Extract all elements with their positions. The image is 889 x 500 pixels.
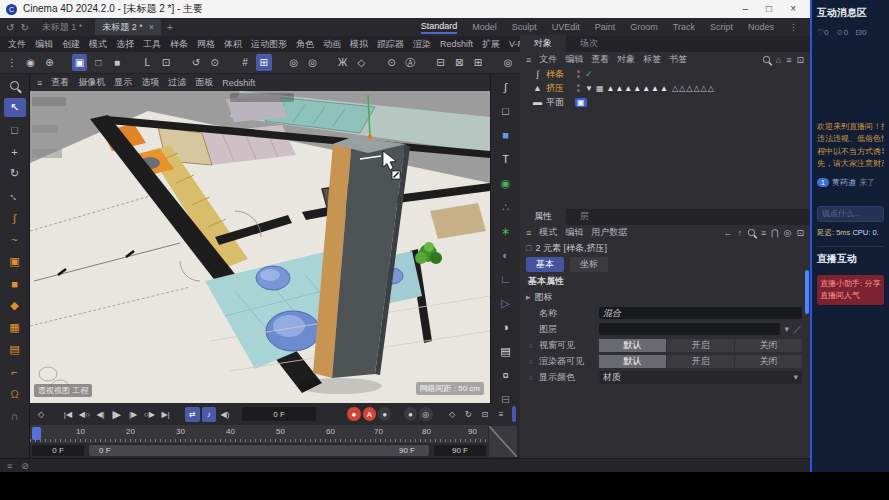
render-settings-icon[interactable]: ⊞ <box>470 54 486 71</box>
no-filter-icon[interactable]: ⊘ <box>21 461 29 471</box>
timeline-slider-handle[interactable] <box>512 406 516 422</box>
pen-icon[interactable]: ／ <box>793 323 802 336</box>
goto-start-icon[interactable]: |◀ <box>61 407 75 422</box>
viewport-menu-options[interactable]: 选项 <box>141 76 159 89</box>
assistant-banner[interactable]: 直播小助手: 分享 直播间人气 <box>817 275 884 305</box>
bell-icon[interactable]: Ω <box>4 384 26 403</box>
object-row-spline[interactable]: ∫ 样条 ✓ <box>520 67 810 81</box>
rectangle-spline-icon[interactable]: □ <box>495 102 517 120</box>
axis-mode-icon[interactable]: L <box>139 54 155 71</box>
loop-icon[interactable]: ⇄ <box>185 407 199 422</box>
selection-tags-filled[interactable]: ▲▲▲▲▲▲▲ <box>606 84 668 93</box>
menu-mesh[interactable]: 网格 <box>197 38 215 51</box>
sketch-spline-icon[interactable]: ~ <box>4 230 26 249</box>
am-menu-userdata[interactable]: 用户数据 <box>591 226 627 239</box>
texture-mode-icon[interactable]: ■ <box>109 54 125 71</box>
viewport-menu-display[interactable]: 显示 <box>114 76 132 89</box>
display-color-dropdown[interactable]: 材质 ▾ <box>599 371 802 384</box>
coordinate-system-icon[interactable]: ◎ <box>286 54 302 71</box>
layout-tab-script[interactable]: Script <box>710 22 733 32</box>
cloud-icon[interactable]: ∩ <box>4 406 26 425</box>
prev-key-icon[interactable]: ◀○ <box>77 407 91 422</box>
camera-icon[interactable]: ▤ <box>495 342 517 360</box>
timeline-scale-widget[interactable] <box>488 425 518 458</box>
text-spline-icon[interactable]: T <box>495 150 517 168</box>
option-default[interactable]: 默认 <box>599 355 666 368</box>
parameter-icon[interactable]: ↻ <box>461 407 475 422</box>
menu-spline[interactable]: 样条 <box>170 38 188 51</box>
object-name[interactable]: 平面 <box>546 96 572 109</box>
axis-icon[interactable]: ∟ <box>495 270 517 288</box>
option-on[interactable]: 开启 <box>667 355 734 368</box>
scrollbar[interactable] <box>805 270 809 314</box>
record-position-icon[interactable]: ● <box>404 407 417 421</box>
menu-create[interactable]: 创建 <box>62 38 80 51</box>
anim-dot-icon[interactable]: ○ <box>526 374 535 381</box>
record-objects-icon[interactable]: ● <box>347 407 360 421</box>
record-rotation-icon[interactable]: ◎ <box>419 407 432 421</box>
arch-icon[interactable]: ⌐ <box>4 362 26 381</box>
pyramid-primitive-icon[interactable]: ◆ <box>4 296 26 315</box>
menu-mograph[interactable]: 运动图形 <box>251 38 287 51</box>
selection-tags-hollow[interactable]: △△△△△△ <box>672 84 715 93</box>
timeline-ruler[interactable]: 10 20 30 40 50 60 70 80 90 <box>30 425 488 443</box>
object-mode-icon[interactable]: □ <box>90 54 106 71</box>
render-picture-viewer-icon[interactable]: ⊠ <box>451 54 467 71</box>
lathe-icon[interactable]: ▦ <box>4 318 26 337</box>
back-icon[interactable]: ← <box>723 228 732 238</box>
om-menu-edit[interactable]: 编辑 <box>565 53 583 66</box>
layer-input[interactable] <box>599 323 780 335</box>
hamburger-icon[interactable]: ≡ <box>526 55 531 65</box>
anim-dot-icon[interactable]: ○ <box>526 342 535 349</box>
menu-edit[interactable]: 编辑 <box>35 38 53 51</box>
live-selection-icon[interactable]: ↖ <box>4 98 26 117</box>
menu-select[interactable]: 选择 <box>116 38 134 51</box>
pla-icon[interactable]: ⊡ <box>478 407 492 422</box>
home-icon[interactable]: ⌂ <box>776 55 781 65</box>
join-username[interactable]: 黄药遒 <box>832 177 856 188</box>
render-view-icon[interactable]: ⊟ <box>433 54 449 71</box>
psr-icon[interactable]: ◇ <box>445 407 459 422</box>
layout-tab-sculpt[interactable]: Sculpt <box>512 22 537 32</box>
menu-tracker[interactable]: 跟踪器 <box>377 38 404 51</box>
layout-tab-groom[interactable]: Groom <box>630 22 658 32</box>
am-menu-edit[interactable]: 编辑 <box>565 226 583 239</box>
subtab-basic[interactable]: 基本 <box>526 257 564 272</box>
menu-render[interactable]: 渲染 <box>413 38 431 51</box>
om-menu-tags[interactable]: 标签 <box>643 53 661 66</box>
om-menu-file[interactable]: 文件 <box>539 53 557 66</box>
play-icon[interactable]: ▶ <box>110 407 124 422</box>
field-icon[interactable]: ◐ <box>495 246 517 264</box>
goto-end-icon[interactable]: ▶| <box>158 407 172 422</box>
scale-tool-icon[interactable]: ⊙ <box>207 54 223 71</box>
menu-tools[interactable]: 工具 <box>143 38 161 51</box>
expand-icon[interactable]: ⊡ <box>796 55 804 65</box>
menu-mode[interactable]: 模式 <box>89 38 107 51</box>
option-off[interactable]: 关闭 <box>735 339 802 352</box>
environment-icon[interactable]: ◑ <box>495 318 517 336</box>
hamburger-icon[interactable]: ≡ <box>37 78 42 88</box>
search-icon[interactable] <box>748 229 755 236</box>
menu-redshift[interactable]: Redshift <box>440 39 473 49</box>
object-row-plane[interactable]: ▬ 平面 ▣ <box>520 95 810 109</box>
option-off[interactable]: 关闭 <box>735 355 802 368</box>
sweep-icon[interactable]: ▤ <box>4 340 26 359</box>
next-frame-icon[interactable]: |▶ <box>126 407 140 422</box>
mirror-icon[interactable]: Ж <box>335 54 351 71</box>
layout-tab-standard[interactable]: Standard <box>421 21 458 34</box>
phong-tag-icon[interactable]: ▼ <box>585 84 593 93</box>
subtab-coords[interactable]: 坐标 <box>570 257 608 272</box>
move-tool-icon[interactable]: + <box>4 142 26 161</box>
up-icon[interactable]: ↑ <box>737 228 742 238</box>
menu-simulate[interactable]: 模拟 <box>350 38 368 51</box>
menu-file[interactable]: 文件 <box>8 38 26 51</box>
spline-pen-icon[interactable]: ∫ <box>495 78 517 96</box>
move-tool-icon[interactable]: ⊕ <box>42 54 58 71</box>
layout-tab-model[interactable]: Model <box>472 22 497 32</box>
viewport-menu-filter[interactable]: 过滤 <box>168 76 186 89</box>
grid-icon[interactable]: # <box>237 54 253 71</box>
viewport-menu-view[interactable]: 查看 <box>51 76 69 89</box>
cube-primitive-icon[interactable]: ■ <box>495 126 517 144</box>
menu-character[interactable]: 角色 <box>296 38 314 51</box>
redo-icon[interactable]: ↻ <box>20 22 28 33</box>
